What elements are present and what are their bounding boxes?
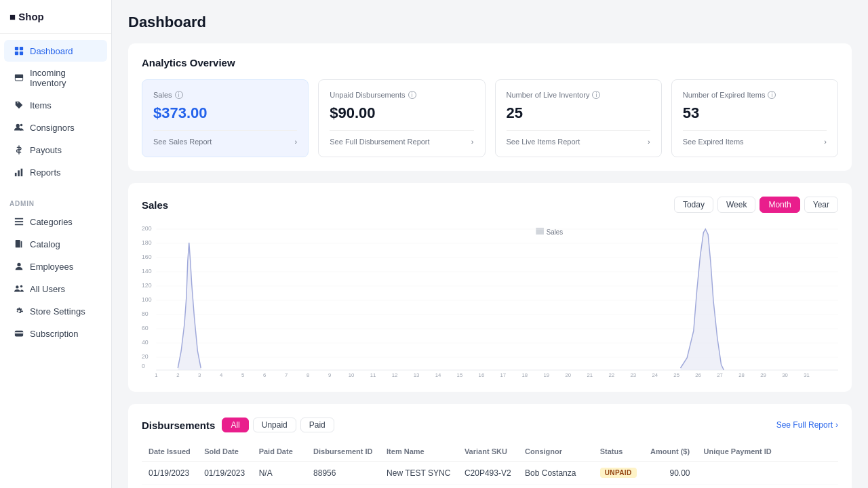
- svg-text:5: 5: [241, 372, 245, 378]
- svg-text:10: 10: [349, 372, 355, 378]
- svg-text:60: 60: [142, 325, 149, 331]
- filter-btn-unpaid[interactable]: Unpaid: [253, 418, 296, 432]
- chevron-right-icon: ›: [648, 138, 650, 146]
- svg-text:11: 11: [370, 372, 376, 378]
- sidebar-item-consignors[interactable]: Consignors: [4, 117, 107, 138]
- chart-buttons: Today Week Month Year: [674, 197, 838, 213]
- svg-text:30: 30: [782, 372, 788, 378]
- svg-text:21: 21: [587, 372, 593, 378]
- cell-amount: 90.00: [644, 462, 696, 485]
- cell-id: 85146: [307, 485, 380, 489]
- chart-btn-today[interactable]: Today: [674, 197, 713, 213]
- col-payment-id: Unique Payment ID: [696, 442, 838, 462]
- sidebar-item-payouts[interactable]: Payouts: [4, 139, 107, 161]
- svg-point-12: [17, 263, 20, 266]
- grid-icon: [14, 45, 24, 56]
- stat-label-unpaid: Unpaid Disbursements i: [330, 91, 473, 99]
- col-item-name: Item Name: [380, 442, 458, 462]
- sidebar-item-subscription[interactable]: Subscription: [4, 323, 107, 344]
- user-icon: [14, 261, 24, 272]
- svg-text:1: 1: [155, 372, 157, 378]
- stat-link-expired[interactable]: See Expired Items ›: [683, 130, 827, 146]
- stat-link-live[interactable]: See Live Items Report ›: [507, 130, 650, 146]
- sidebar-main-nav: Dashboard Incoming Inventory Items Consi…: [0, 34, 111, 189]
- svg-text:13: 13: [414, 372, 420, 378]
- cell-payment-id: [696, 462, 838, 485]
- svg-rect-0: [15, 47, 18, 50]
- stat-value-live: 25: [507, 104, 650, 122]
- chart-svg: Sales 200 180 160 140 120 100 80 60 40 2…: [142, 222, 838, 378]
- svg-rect-7: [18, 170, 20, 176]
- sidebar-item-label: Dashboard: [30, 46, 73, 56]
- svg-text:28: 28: [738, 372, 745, 378]
- svg-text:2: 2: [176, 372, 179, 378]
- svg-text:200: 200: [142, 225, 152, 232]
- svg-text:160: 160: [142, 253, 152, 260]
- svg-text:0: 0: [142, 363, 145, 369]
- svg-text:180: 180: [142, 239, 152, 246]
- info-icon-sales[interactable]: i: [175, 91, 183, 99]
- stat-label-live: Number of Live Inventory i: [507, 91, 650, 99]
- svg-text:27: 27: [717, 372, 723, 378]
- card-icon: [14, 328, 24, 339]
- svg-rect-2: [15, 52, 18, 55]
- svg-text:15: 15: [457, 372, 463, 378]
- filter-btn-all[interactable]: All: [222, 418, 248, 432]
- svg-text:22: 22: [608, 372, 614, 378]
- svg-text:17: 17: [500, 372, 507, 378]
- sidebar-item-employees[interactable]: Employees: [4, 256, 107, 277]
- chart-btn-week[interactable]: Week: [717, 197, 755, 213]
- cell-consignor: Lynn Dinero: [518, 485, 593, 489]
- filter-btn-paid[interactable]: Paid: [300, 418, 334, 432]
- svg-rect-1: [20, 47, 23, 50]
- stat-card-unpaid: Unpaid Disbursements i $90.00 See Full D…: [318, 79, 485, 157]
- sidebar-item-reports[interactable]: Reports: [4, 161, 107, 183]
- filter-buttons: All Unpaid Paid: [222, 418, 334, 432]
- info-icon-unpaid[interactable]: i: [408, 91, 416, 99]
- sidebar-item-all-users[interactable]: All Users: [4, 278, 107, 300]
- sidebar-admin-section: ADMIN Categories Catalog Employees All U…: [0, 189, 111, 350]
- sidebar-item-dashboard[interactable]: Dashboard: [4, 40, 107, 62]
- svg-text:19: 19: [544, 372, 550, 378]
- chevron-right-icon: ›: [835, 420, 838, 430]
- bar-chart-icon: [14, 167, 24, 178]
- chevron-right-icon: ›: [824, 138, 827, 146]
- chart-btn-year[interactable]: Year: [804, 197, 838, 213]
- cell-consignor: Bob Costanza: [518, 462, 593, 485]
- cell-status: UNPAID: [593, 485, 644, 489]
- col-disbursement-id: Disbursement ID: [307, 442, 380, 462]
- svg-text:7: 7: [285, 372, 288, 378]
- col-paid-date: Paid Date: [252, 442, 307, 462]
- svg-text:80: 80: [142, 310, 149, 317]
- sidebar-item-store-settings[interactable]: Store Settings: [4, 300, 107, 322]
- stat-link-sales[interactable]: See Sales Report ›: [153, 130, 297, 146]
- svg-rect-3: [20, 52, 23, 55]
- chart-btn-month[interactable]: Month: [760, 197, 800, 213]
- svg-text:25: 25: [673, 372, 679, 378]
- col-consignor: Consignor: [518, 442, 593, 462]
- analytics-section: Analytics Overview Sales i $373.00 See S…: [128, 43, 852, 171]
- info-icon-live[interactable]: i: [592, 91, 600, 99]
- svg-text:26: 26: [695, 372, 701, 378]
- svg-text:9: 9: [328, 372, 331, 378]
- stat-card-live: Number of Live Inventory i 25 See Live I…: [495, 79, 662, 157]
- sidebar-item-incoming-inventory[interactable]: Incoming Inventory: [4, 62, 107, 94]
- main-content: Dashboard Analytics Overview Sales i $37…: [112, 0, 868, 488]
- chevron-right-icon: ›: [471, 138, 474, 146]
- sidebar-item-items[interactable]: Items: [4, 94, 107, 116]
- disbursements-tbody: 01/19/2023 01/19/2023 N/A 88956 New TEST…: [142, 462, 838, 489]
- stat-link-unpaid[interactable]: See Full Disbursement Report ›: [330, 130, 473, 146]
- cell-paid-date: N/A: [252, 485, 307, 489]
- status-badge: UNPAID: [600, 468, 637, 478]
- chart-header: Sales Today Week Month Year: [142, 197, 838, 213]
- stat-card-sales: Sales i $373.00 See Sales Report ›: [142, 79, 309, 157]
- stat-value-sales: $373.00: [153, 104, 297, 122]
- see-full-report-link[interactable]: See Full Report ›: [776, 420, 838, 430]
- sidebar-item-categories[interactable]: Categories: [4, 211, 107, 232]
- info-icon-expired[interactable]: i: [768, 91, 776, 99]
- sidebar-item-catalog[interactable]: Catalog: [4, 233, 107, 255]
- inbox-icon: [14, 73, 24, 83]
- svg-text:8: 8: [307, 372, 310, 378]
- svg-rect-16: [15, 332, 23, 333]
- svg-marker-42: [156, 229, 838, 370]
